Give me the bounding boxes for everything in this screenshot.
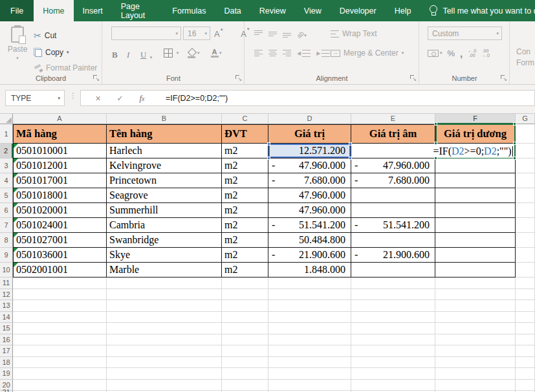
bold-button[interactable]: B: [112, 46, 118, 60]
align-top-icon[interactable]: [254, 30, 263, 38]
accounting-format-button[interactable]: ▾: [428, 50, 442, 57]
cell-D4[interactable]: -7.680.000: [268, 173, 351, 188]
cell-B13[interactable]: [107, 300, 222, 312]
cell-A3[interactable]: 0501012001: [13, 158, 107, 173]
cell-G19[interactable]: [516, 368, 535, 380]
font-dialog-launcher[interactable]: [235, 74, 242, 82]
cell-B18[interactable]: [107, 357, 222, 369]
cancel-formula-icon[interactable]: ×: [95, 93, 100, 103]
cell-A18[interactable]: [13, 357, 107, 369]
cell-C6[interactable]: m2: [222, 203, 268, 218]
cell-E13[interactable]: [351, 300, 435, 312]
cell-C8[interactable]: m2: [222, 233, 268, 248]
row-header-18[interactable]: 18: [0, 357, 13, 369]
cell-G14[interactable]: [516, 312, 535, 323]
cell-G15[interactable]: [516, 323, 535, 334]
cell-C2[interactable]: m2: [222, 144, 268, 158]
cell-E4[interactable]: -7.680.000: [351, 173, 435, 188]
cell-C11[interactable]: [222, 278, 268, 289]
formula-input[interactable]: =IF(D2>=0;D2;""): [159, 90, 535, 106]
cell-F9[interactable]: [435, 248, 516, 263]
cell-A9[interactable]: 0501036001: [13, 248, 107, 263]
cell-G1[interactable]: [516, 124, 535, 144]
increase-indent-button[interactable]: ▶: [316, 50, 330, 57]
cell-G3[interactable]: [516, 158, 535, 173]
cell-G13[interactable]: [516, 300, 535, 312]
cell-E5[interactable]: [351, 188, 435, 203]
font-color-button[interactable]: A▾: [210, 46, 222, 60]
cell-F14[interactable]: [435, 312, 516, 323]
cell-G2[interactable]: [516, 144, 535, 158]
cell-F6[interactable]: [435, 203, 516, 218]
cell-A11[interactable]: [13, 278, 107, 289]
wrap-text-button[interactable]: Wrap Text: [331, 27, 377, 41]
cell-E6[interactable]: [351, 203, 435, 218]
comma-style-button[interactable]: ,: [460, 48, 463, 59]
cell-G9[interactable]: [516, 248, 535, 263]
cell-B7[interactable]: Cambria: [107, 218, 222, 233]
cell-A20[interactable]: [13, 380, 107, 391]
cell-A2[interactable]: 0501010001: [13, 144, 107, 158]
merge-center-button[interactable]: ↔ Merge & Center ▾: [331, 46, 404, 60]
cell-F12[interactable]: [435, 289, 516, 301]
row-header-9[interactable]: 9: [0, 248, 13, 263]
cell-B17[interactable]: [107, 345, 222, 357]
align-left-icon[interactable]: [254, 50, 263, 57]
cell-E11[interactable]: [351, 278, 435, 289]
cell-D10[interactable]: 1.848.000: [268, 263, 351, 278]
cell-C9[interactable]: m2: [222, 248, 268, 263]
row-header-5[interactable]: 5: [0, 188, 13, 203]
row-header-4[interactable]: 4: [0, 173, 13, 188]
tell-me-box[interactable]: Tell me what you want to d: [429, 0, 535, 21]
row-header-1[interactable]: 1: [0, 124, 13, 144]
insert-function-icon[interactable]: fx: [139, 93, 144, 103]
cell-B15[interactable]: [107, 323, 222, 334]
cell-F17[interactable]: [435, 345, 516, 357]
cell-B16[interactable]: [107, 334, 222, 346]
cell-C1[interactable]: ĐVT: [222, 124, 268, 144]
cell-A5[interactable]: 0501018001: [13, 188, 107, 203]
cell-A10[interactable]: 0502001001: [13, 263, 107, 278]
cell-C10[interactable]: m2: [222, 263, 268, 278]
cell-F11[interactable]: [435, 278, 516, 289]
cell-D2[interactable]: 12.571.200: [268, 144, 351, 158]
column-header-E[interactable]: E: [351, 114, 435, 124]
cell-C19[interactable]: [222, 368, 268, 380]
tab-home[interactable]: Home: [34, 0, 73, 21]
cell-D16[interactable]: [268, 334, 351, 346]
cell-A13[interactable]: [13, 300, 107, 312]
cell-A6[interactable]: 0501020001: [13, 203, 107, 218]
cell-F5[interactable]: [435, 188, 516, 203]
cell-D14[interactable]: [268, 312, 351, 323]
tab-file[interactable]: File: [0, 0, 34, 21]
fill-color-button[interactable]: ▾: [187, 46, 200, 60]
align-right-icon[interactable]: [283, 50, 291, 57]
row-header-11[interactable]: 11: [0, 278, 13, 289]
tab-view[interactable]: View: [295, 0, 331, 21]
cell-A16[interactable]: [13, 334, 107, 346]
cell-C18[interactable]: [222, 357, 268, 369]
row-header-13[interactable]: 13: [0, 300, 13, 312]
cell-B1[interactable]: Tên hàng: [107, 124, 222, 144]
cell-D19[interactable]: [268, 368, 351, 380]
row-header-8[interactable]: 8: [0, 233, 13, 248]
cell-C4[interactable]: m2: [222, 173, 268, 188]
row-header-2[interactable]: 2: [0, 144, 13, 158]
cell-F1[interactable]: Giá trị dương: [435, 124, 516, 144]
cell-G18[interactable]: [516, 357, 535, 369]
align-center-icon[interactable]: [268, 50, 277, 57]
cell-A19[interactable]: [13, 368, 107, 380]
cell-E7[interactable]: -51.541.200: [351, 218, 435, 233]
enter-formula-icon[interactable]: ✓: [117, 94, 124, 103]
cell-C15[interactable]: [222, 323, 268, 334]
column-header-F[interactable]: F: [435, 114, 516, 124]
cell-D8[interactable]: 50.484.800: [268, 233, 351, 248]
cell-B5[interactable]: Seagrove: [107, 188, 222, 203]
column-header-B[interactable]: B: [107, 114, 222, 124]
cell-B10[interactable]: Marble: [107, 263, 222, 278]
cell-A14[interactable]: [13, 312, 107, 323]
underline-button[interactable]: U ▾: [140, 46, 152, 60]
row-header-3[interactable]: 3: [0, 158, 13, 173]
cell-A15[interactable]: [13, 323, 107, 334]
cell-B12[interactable]: [107, 289, 222, 301]
